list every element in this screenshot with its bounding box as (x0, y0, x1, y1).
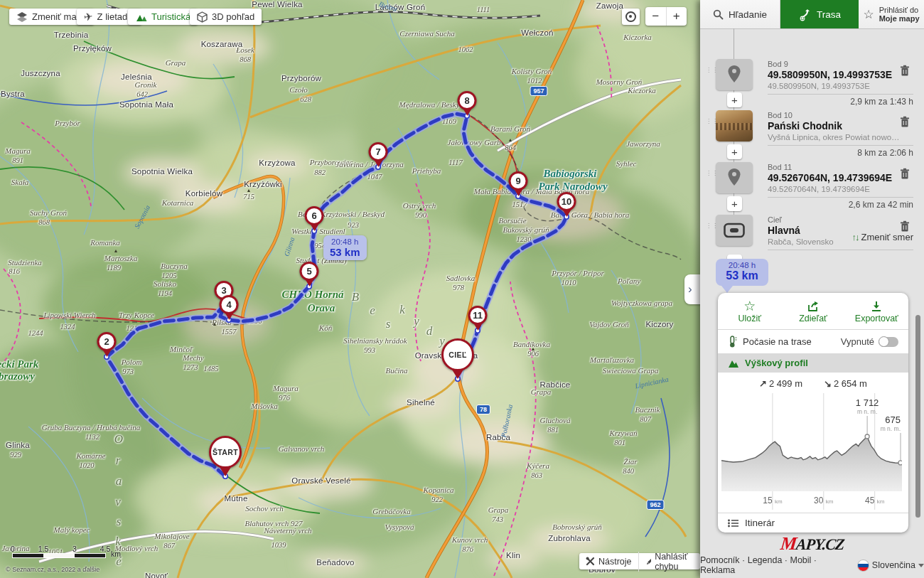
elevation-profile-header[interactable]: Výškový profil (718, 353, 908, 373)
layers-icon (16, 11, 28, 22)
mapy-cz-logo[interactable]: MAPY.CZ (700, 533, 924, 555)
drag-handle[interactable]: ⋮⋮ (706, 172, 713, 175)
footer-link[interactable]: Mobil (790, 555, 811, 565)
footer-link[interactable]: Reklama (700, 565, 735, 575)
divider (768, 250, 913, 250)
zoom-in-button[interactable]: + (667, 7, 687, 26)
waypoint-subtitle: 49.5267064N, 19.4739694E (768, 185, 900, 193)
weather-label: Počasie na trase (743, 336, 812, 347)
waypoint-marker-6[interactable]: 6 (305, 206, 324, 231)
waypoint-marker-5[interactable]: 5 (300, 262, 319, 287)
uložiť-button[interactable]: ☆Uložiť (718, 293, 781, 329)
svg-text:15 km: 15 km (763, 496, 783, 505)
tab-search[interactable]: Hľadanie (700, 0, 780, 28)
change-direction-button[interactable]: ↑↓ Zmeniť smer (852, 232, 914, 242)
tooltip-distance: 53 km (330, 246, 360, 258)
waypoint-marker-2[interactable]: 2 (97, 332, 117, 357)
caret-down-icon (918, 564, 924, 570)
elevation-chart[interactable]: 1 712m n. m.675m n. m.15 km30 km45 km (721, 392, 905, 513)
ascent-icon: ↗ (759, 378, 767, 389)
route-summary-tooltip[interactable]: 20:48 h 53 km (323, 235, 367, 260)
elevation-icon (728, 358, 739, 368)
waypoint-marker-10[interactable]: 10 (557, 192, 576, 217)
svg-text:m n. m.: m n. m. (881, 425, 901, 432)
plane-icon: ✈ (83, 10, 94, 24)
login-label-line1: Prihlásiť do (879, 6, 920, 14)
descent-icon: ↘ (824, 378, 832, 389)
change-direction-label: Zmeniť smer (861, 232, 914, 242)
weather-row: Počasie na trase Vypnuté (718, 330, 908, 353)
svg-text:45 km: 45 km (865, 496, 885, 505)
locate-me-button[interactable] (622, 9, 640, 25)
waypoint-icon-road[interactable] (716, 215, 753, 246)
svg-text:1 712: 1 712 (856, 397, 879, 408)
star-icon: ☆ (863, 7, 874, 22)
footer-link[interactable]: Pomocník (700, 555, 740, 565)
waypoint-marker-9[interactable]: 9 (509, 171, 528, 196)
panel-scrollbar[interactable] (915, 315, 920, 518)
tourist-label: Turistická (151, 11, 190, 22)
zoom-out-button[interactable]: − (645, 7, 667, 26)
chevron-right-icon: › (688, 282, 692, 296)
delete-waypoint-button[interactable] (900, 116, 911, 129)
waypoint-title: Pański Chodnik (768, 120, 901, 132)
footer-links: Pomocník · Legenda · Mobil · Reklama Slo… (700, 555, 924, 575)
waypoint-title: 49.5267064N, 19.4739694E (768, 172, 901, 183)
add-waypoint-button[interactable]: + (727, 92, 742, 107)
weather-state: Vypnuté (841, 336, 874, 347)
waypoint-subtitle: Vyšná Lipnica, okres Powiat nowotarski, … (768, 133, 900, 141)
language-selector[interactable]: Slovenčina (872, 560, 915, 570)
waypoint-marker-11[interactable]: 11 (468, 306, 488, 331)
delete-waypoint-button[interactable] (900, 65, 911, 77)
route-icon: 12 (798, 8, 812, 21)
slovak-flag-icon[interactable] (857, 560, 869, 572)
tourist-layer-button[interactable]: Turistická (128, 9, 198, 25)
waypoint-marker-8[interactable]: 8 (458, 91, 477, 116)
share-icon (807, 301, 820, 312)
itinerary-button[interactable]: Itinerár (718, 513, 908, 532)
waypoint-icon-pin[interactable] (716, 59, 753, 90)
exportovať-button[interactable]: Exportovať (845, 293, 908, 329)
waypoint-marker-cieľ[interactable]: CIEĽ (441, 338, 474, 379)
svg-text:30 km: 30 km (814, 496, 834, 505)
waypoint-marker-štart[interactable]: ŠTART (209, 436, 242, 476)
waypoint-icon-pin[interactable] (716, 162, 753, 193)
view-3d-button[interactable]: 3D pohľad (190, 9, 262, 25)
svg-text:675: 675 (885, 414, 901, 425)
list-icon (728, 519, 738, 528)
svg-text:12: 12 (800, 16, 805, 21)
waypoint-marker-4[interactable]: 4 (220, 295, 239, 320)
drag-handle[interactable]: ⋮⋮ (706, 120, 713, 123)
waypoint-subtitle: 49.5809950N, 19.4993753E (768, 82, 900, 90)
map-bottom-toolbar: Nástroje Nahlásiť chybu (579, 553, 700, 569)
add-waypoint-button[interactable]: + (727, 144, 742, 159)
tools-button[interactable]: Nástroje (579, 557, 638, 567)
report-error-label: Nahlásiť chybu (655, 552, 694, 572)
zdieľať-button[interactable]: Zdieľať (781, 293, 844, 329)
waypoint-icon-photo[interactable] (716, 110, 753, 141)
drag-handle[interactable]: ⋮⋮ (706, 69, 713, 72)
pencil-icon (645, 557, 652, 566)
route-summary[interactable]: 20:48 h 53 km (716, 259, 768, 286)
cube-3d-icon (197, 11, 208, 23)
route-line[interactable] (0, 0, 700, 578)
tab-route[interactable]: 12 Trasa (780, 0, 859, 28)
panel-tabs: Hľadanie 12 Trasa ☆ Prihlásiť do Moje ma… (700, 0, 924, 29)
leg-distance: 8 km za 2:06 h (857, 148, 913, 158)
summary-time: 20:48 h (720, 261, 764, 269)
footer-link[interactable]: Legenda (748, 555, 783, 565)
map-canvas[interactable]: Pewel WielkaLachów GrońZawojaTokarkaTrze… (0, 0, 700, 578)
ascent-value: 2 499 m (769, 378, 802, 389)
tab-my-maps[interactable]: ☆ Prihlásiť do Moje mapy (859, 0, 924, 28)
tools-label: Nástroje (598, 557, 632, 567)
tooltip-time: 20:48 h (330, 237, 360, 246)
collapse-panel-button[interactable]: › (684, 274, 700, 304)
mapy-cz-route-planner: { "icons":{"zoom_in":"+","zoom_out":"−",… (0, 0, 924, 578)
report-error-button[interactable]: Nahlásiť chybu (638, 552, 700, 572)
waypoint-marker-7[interactable]: 7 (369, 142, 388, 167)
divider (768, 197, 913, 198)
drag-handle[interactable]: ⋮⋮ (706, 225, 713, 228)
add-waypoint-button[interactable]: + (727, 196, 742, 211)
weather-toggle[interactable] (879, 337, 898, 347)
delete-waypoint-button[interactable] (900, 168, 911, 181)
